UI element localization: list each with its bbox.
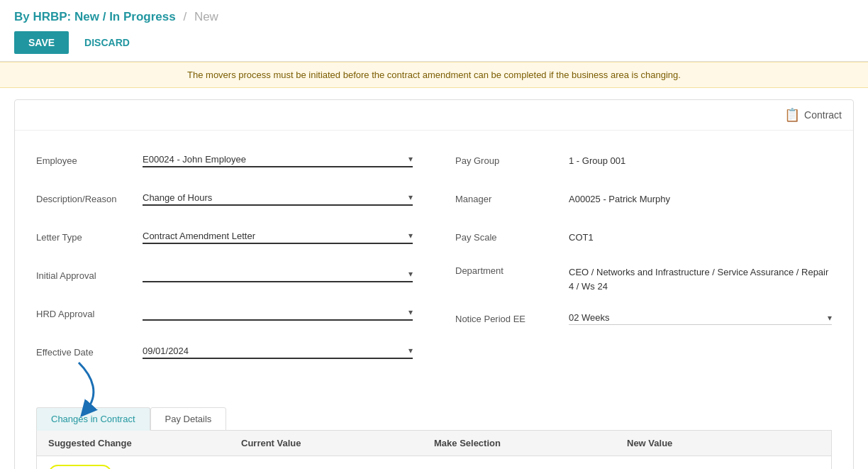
contract-label: 📋 Contract — [784, 107, 842, 123]
pay-group-label: Pay Group — [455, 155, 569, 166]
notice-select-wrapper[interactable]: 02 Weeks ▾ — [569, 312, 832, 325]
initial-approval-row: Initial Approval ▾ — [36, 263, 413, 288]
letter-label: Letter Type — [36, 232, 143, 243]
col-make-selection: Make Selection — [434, 438, 627, 448]
description-select-wrapper[interactable]: Change of Hours ▾ — [143, 192, 413, 206]
notice-dropdown-icon: ▾ — [828, 313, 832, 323]
form-right: Pay Group 1 - Group 001 Manager A00025 -… — [455, 148, 832, 375]
tabs-section: Changes in Contract Pay Details Suggeste… — [36, 396, 832, 469]
col-new-value: New Value — [627, 438, 820, 448]
effective-select-wrapper[interactable]: 09/01/2024 ▾ — [143, 346, 413, 359]
form-left: Employee E00024 - John Employee ▾ Descri… — [36, 148, 413, 375]
letter-select-wrapper[interactable]: Contract Amendment Letter ▾ — [143, 231, 413, 244]
letter-row: Letter Type Contract Amendment Letter ▾ — [36, 224, 413, 250]
hrd-dropdown-icon: ▾ — [408, 307, 413, 317]
card-body: Employee E00024 - John Employee ▾ Descri… — [15, 131, 853, 469]
card-header: 📋 Contract — [15, 100, 853, 131]
notice-period-label: Notice Period EE — [455, 314, 569, 324]
col-current-value: Current Value — [241, 438, 434, 448]
form-grid: Employee E00024 - John Employee ▾ Descri… — [36, 148, 832, 375]
department-row: Department CEO / Networks and Infrastruc… — [455, 263, 832, 293]
pay-scale-label: Pay Scale — [455, 232, 569, 243]
effective-select[interactable]: 09/01/2024 — [143, 346, 408, 356]
pay-scale-row: Pay Scale COT1 — [455, 224, 832, 250]
manager-label: Manager — [455, 194, 569, 204]
breadcrumb-current: New — [194, 10, 218, 23]
manager-row: Manager A00025 - Patrick Murphy — [455, 186, 832, 211]
col-suggested-change: Suggested Change — [48, 438, 241, 448]
tab-pay-details[interactable]: Pay Details — [150, 407, 227, 431]
save-button[interactable]: SAVE — [14, 31, 69, 54]
hrd-approval-row: HRD Approval ▾ — [36, 301, 413, 326]
pay-scale-value: COT1 — [569, 232, 832, 243]
department-label: Department — [455, 265, 569, 276]
contract-icon: 📋 — [784, 107, 800, 123]
employee-select[interactable]: E00024 - John Employee — [143, 154, 408, 165]
effective-dropdown-icon: ▾ — [408, 346, 413, 355]
toolbar: SAVE DISCARD — [14, 31, 854, 54]
description-label: Description/Reason — [36, 194, 143, 204]
letter-dropdown-icon: ▾ — [408, 231, 413, 241]
breadcrumb-separator: / — [183, 10, 187, 23]
department-value: CEO / Networks and Infrastructure / Serv… — [569, 265, 832, 293]
pay-group-value: 1 - Group 001 — [569, 155, 832, 166]
pay-group-row: Pay Group 1 - Group 001 — [455, 148, 832, 173]
tabs-row: Changes in Contract Pay Details — [36, 407, 832, 431]
initial-approval-label: Initial Approval — [36, 270, 143, 281]
employee-label: Employee — [36, 155, 143, 166]
breadcrumb-active: By HRBP: New / In Progress — [14, 10, 176, 23]
table-section: Suggested Change Current Value Make Sele… — [36, 431, 832, 469]
tab-changes-in-contract[interactable]: Changes in Contract — [36, 407, 150, 431]
hrd-approval-label: HRD Approval — [36, 309, 143, 319]
table-header: Suggested Change Current Value Make Sele… — [37, 431, 831, 456]
employee-dropdown-icon: ▾ — [408, 154, 413, 164]
effective-date-row: Effective Date 09/01/2024 ▾ — [36, 339, 413, 365]
description-select[interactable]: Change of Hours — [143, 192, 408, 203]
employee-select-wrapper[interactable]: E00024 - John Employee ▾ — [143, 154, 413, 167]
description-dropdown-icon: ▾ — [408, 192, 413, 202]
notice-period-row: Notice Period EE 02 Weeks ▾ — [455, 306, 832, 331]
effective-date-label: Effective Date — [36, 347, 143, 358]
description-row: Description/Reason Change of Hours ▾ — [36, 186, 413, 211]
table-body: Add a line — [37, 456, 831, 469]
breadcrumb: By HRBP: New / In Progress / New — [14, 10, 854, 24]
hrd-select-wrapper[interactable]: ▾ — [143, 307, 413, 321]
discard-button[interactable]: DISCARD — [77, 31, 137, 54]
employee-row: Employee E00024 - John Employee ▾ — [36, 148, 413, 173]
alert-message: The movers process must be initiated bef… — [187, 70, 681, 80]
letter-select[interactable]: Contract Amendment Letter — [143, 231, 408, 241]
main-card: 📋 Contract Employee E00024 - John Employ… — [14, 99, 854, 469]
contract-header-label: Contract — [804, 109, 842, 121]
manager-value: A00025 - Patrick Murphy — [569, 194, 832, 204]
notice-select[interactable]: 02 Weeks — [569, 312, 828, 323]
alert-banner: The movers process must be initiated bef… — [0, 62, 868, 88]
top-bar: By HRBP: New / In Progress / New SAVE DI… — [0, 0, 868, 62]
initial-dropdown-icon: ▾ — [408, 269, 413, 279]
hrd-select[interactable] — [143, 307, 408, 318]
initial-select[interactable] — [143, 269, 408, 280]
add-line-button[interactable]: Add a line — [48, 465, 112, 469]
initial-select-wrapper[interactable]: ▾ — [143, 269, 413, 282]
